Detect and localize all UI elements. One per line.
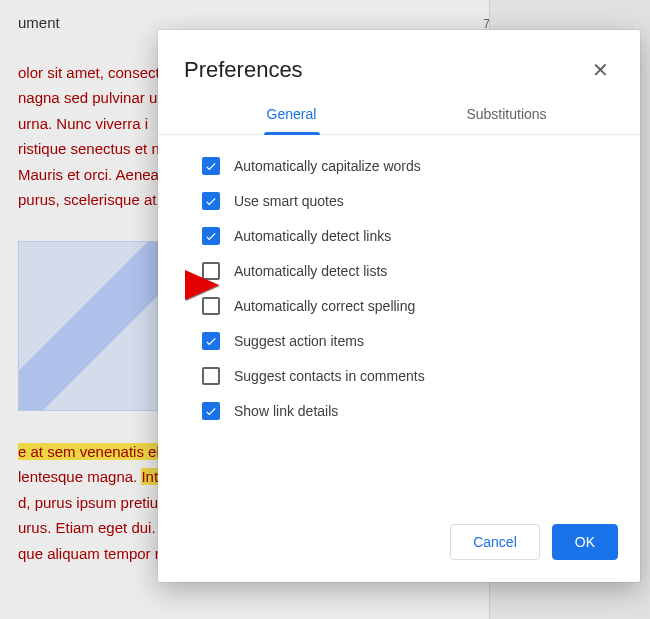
- checkbox-smartquotes[interactable]: [202, 192, 220, 210]
- option-correctspelling[interactable]: Automatically correct spelling: [202, 297, 614, 315]
- dialog-header: Preferences ✕: [158, 30, 640, 96]
- option-label: Suggest action items: [234, 333, 364, 349]
- option-label: Suggest contacts in comments: [234, 368, 425, 384]
- option-contacts[interactable]: Suggest contacts in comments: [202, 367, 614, 385]
- option-detectlinks[interactable]: Automatically detect links: [202, 227, 614, 245]
- close-icon: ✕: [592, 58, 609, 82]
- close-button[interactable]: ✕: [586, 56, 614, 84]
- preferences-dialog: Preferences ✕ General Substitutions Auto…: [158, 30, 640, 582]
- option-label: Automatically capitalize words: [234, 158, 421, 174]
- checkbox-capitalize[interactable]: [202, 157, 220, 175]
- tab-substitutions[interactable]: Substitutions: [399, 96, 614, 134]
- options-list: Automatically capitalize wordsUse smart …: [158, 135, 640, 506]
- option-smartquotes[interactable]: Use smart quotes: [202, 192, 614, 210]
- option-label: Automatically detect links: [234, 228, 391, 244]
- cancel-button[interactable]: Cancel: [450, 524, 540, 560]
- checkbox-correctspelling[interactable]: [202, 297, 220, 315]
- option-label: Automatically correct spelling: [234, 298, 415, 314]
- tabs: General Substitutions: [158, 96, 640, 135]
- option-capitalize[interactable]: Automatically capitalize words: [202, 157, 614, 175]
- option-linkdetails[interactable]: Show link details: [202, 402, 614, 420]
- tab-general[interactable]: General: [184, 96, 399, 134]
- option-label: Use smart quotes: [234, 193, 344, 209]
- checkbox-detectlists[interactable]: [202, 262, 220, 280]
- option-label: Show link details: [234, 403, 338, 419]
- checkbox-actionitems[interactable]: [202, 332, 220, 350]
- dialog-title: Preferences: [184, 57, 303, 83]
- dialog-footer: Cancel OK: [158, 506, 640, 582]
- option-label: Automatically detect lists: [234, 263, 387, 279]
- checkbox-contacts[interactable]: [202, 367, 220, 385]
- option-actionitems[interactable]: Suggest action items: [202, 332, 614, 350]
- ok-button[interactable]: OK: [552, 524, 618, 560]
- checkbox-linkdetails[interactable]: [202, 402, 220, 420]
- option-detectlists[interactable]: Automatically detect lists: [202, 262, 614, 280]
- checkbox-detectlinks[interactable]: [202, 227, 220, 245]
